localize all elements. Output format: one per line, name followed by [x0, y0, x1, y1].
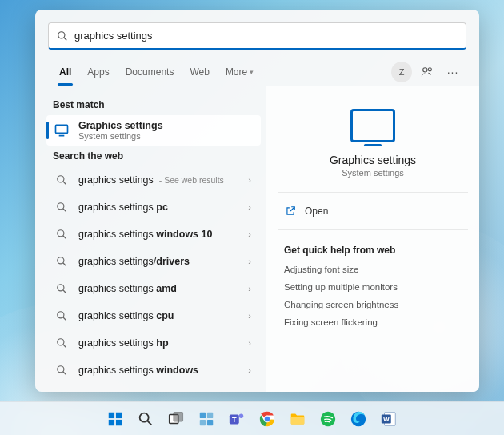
- search-icon: [57, 30, 68, 42]
- start-button[interactable]: [102, 405, 129, 433]
- web-result[interactable]: graphics settings/drivers›: [46, 248, 261, 275]
- best-match-result[interactable]: Graphics settings System settings: [46, 115, 261, 146]
- svg-rect-24: [109, 419, 114, 425]
- svg-point-20: [58, 366, 64, 373]
- chrome-icon[interactable]: [254, 405, 281, 433]
- file-explorer-icon[interactable]: [284, 405, 311, 433]
- monitor-icon: [53, 122, 70, 139]
- svg-line-27: [147, 421, 151, 425]
- filter-tab-web[interactable]: Web: [182, 58, 217, 86]
- quick-help-link[interactable]: Adjusting font size: [281, 261, 465, 278]
- chevron-down-icon: ▾: [250, 68, 254, 76]
- svg-rect-22: [109, 412, 114, 417]
- svg-point-3: [428, 67, 431, 70]
- feedback-icon[interactable]: [417, 62, 438, 82]
- open-action[interactable]: Open: [281, 199, 465, 223]
- web-result[interactable]: graphics settings windows 10›: [46, 221, 261, 248]
- search-panel: All Apps Documents Web More▾ Z ··· Best …: [35, 10, 479, 392]
- svg-point-35: [239, 413, 244, 418]
- open-icon: [284, 205, 297, 218]
- search-icon: [53, 171, 70, 189]
- filter-tab-more[interactable]: More▾: [218, 58, 262, 86]
- search-bar[interactable]: [48, 22, 466, 50]
- svg-point-10: [58, 230, 64, 237]
- chevron-right-icon: ›: [245, 284, 254, 293]
- chevron-right-icon: ›: [245, 338, 254, 348]
- search-icon: [53, 198, 70, 216]
- search-icon: [53, 225, 70, 243]
- svg-rect-23: [116, 412, 122, 417]
- svg-line-15: [63, 290, 66, 293]
- svg-point-14: [58, 285, 64, 291]
- svg-rect-25: [116, 419, 122, 425]
- svg-point-6: [58, 176, 64, 182]
- svg-rect-4: [56, 125, 68, 133]
- search-icon: [53, 334, 70, 352]
- web-result[interactable]: graphics settings amd›: [46, 275, 261, 302]
- search-icon: [53, 253, 70, 270]
- search-web-header: Search the web: [46, 146, 261, 166]
- chevron-right-icon: ›: [245, 175, 254, 185]
- search-icon: [53, 361, 70, 379]
- search-input[interactable]: [74, 30, 458, 42]
- svg-text:T: T: [232, 415, 237, 423]
- quick-help-link[interactable]: Changing screen brightness: [281, 296, 465, 313]
- svg-line-7: [63, 182, 66, 185]
- search-button[interactable]: [132, 405, 159, 433]
- svg-rect-31: [207, 412, 213, 417]
- results-list: Best match Graphics settings System sett…: [35, 86, 266, 392]
- search-icon: [53, 280, 70, 297]
- filter-tabs: All Apps Documents Web More▾ Z ···: [35, 58, 479, 86]
- web-result[interactable]: graphics settings pc›: [46, 194, 261, 221]
- teams-icon[interactable]: T: [223, 405, 250, 433]
- quick-help-header: Get quick help from web: [284, 245, 465, 256]
- widgets-button[interactable]: [193, 405, 220, 433]
- chevron-right-icon: ›: [245, 202, 254, 212]
- svg-point-2: [423, 67, 427, 71]
- svg-line-11: [63, 236, 66, 239]
- svg-point-8: [58, 203, 64, 210]
- preview-title: Graphics settings: [281, 154, 465, 166]
- edge-icon[interactable]: [345, 405, 372, 433]
- svg-point-16: [58, 312, 64, 318]
- svg-rect-30: [200, 412, 206, 417]
- best-match-header: Best match: [46, 94, 261, 115]
- web-result[interactable]: graphics settings - See web results›: [46, 166, 261, 194]
- svg-line-9: [63, 209, 66, 212]
- preview-pane: Graphics settings System settings Open G…: [266, 86, 479, 392]
- quick-help-link[interactable]: Fixing screen flickering: [281, 313, 465, 331]
- word-icon[interactable]: W: [375, 405, 402, 433]
- taskbar: T W: [0, 401, 504, 435]
- chevron-right-icon: ›: [245, 257, 254, 266]
- svg-rect-32: [200, 419, 206, 425]
- chevron-right-icon: ›: [245, 229, 254, 239]
- user-avatar[interactable]: Z: [391, 62, 412, 82]
- svg-rect-29: [174, 412, 182, 421]
- monitor-icon: [350, 109, 395, 142]
- svg-point-18: [58, 339, 64, 345]
- filter-tab-all[interactable]: All: [51, 58, 79, 86]
- web-result[interactable]: graphics settings hp›: [46, 329, 261, 357]
- svg-rect-33: [207, 419, 213, 425]
- svg-rect-40: [291, 417, 305, 424]
- svg-line-17: [63, 317, 66, 321]
- svg-line-1: [64, 37, 67, 40]
- chevron-right-icon: ›: [245, 311, 254, 321]
- svg-text:W: W: [383, 415, 390, 422]
- svg-line-19: [63, 345, 66, 348]
- search-icon: [53, 307, 70, 325]
- preview-subtitle: System settings: [281, 168, 465, 178]
- web-result[interactable]: graphics settings windows›: [46, 357, 261, 384]
- more-options-icon[interactable]: ···: [442, 62, 463, 82]
- chevron-right-icon: ›: [245, 365, 254, 375]
- svg-line-13: [63, 263, 66, 266]
- svg-point-0: [58, 31, 65, 38]
- svg-point-26: [140, 413, 149, 421]
- web-result[interactable]: graphics settings cpu›: [46, 302, 261, 329]
- svg-point-12: [58, 257, 64, 264]
- filter-tab-documents[interactable]: Documents: [118, 58, 182, 86]
- quick-help-link[interactable]: Setting up multiple monitors: [281, 278, 465, 296]
- filter-tab-apps[interactable]: Apps: [79, 58, 117, 86]
- taskview-button[interactable]: [162, 405, 190, 433]
- spotify-icon[interactable]: [314, 405, 342, 433]
